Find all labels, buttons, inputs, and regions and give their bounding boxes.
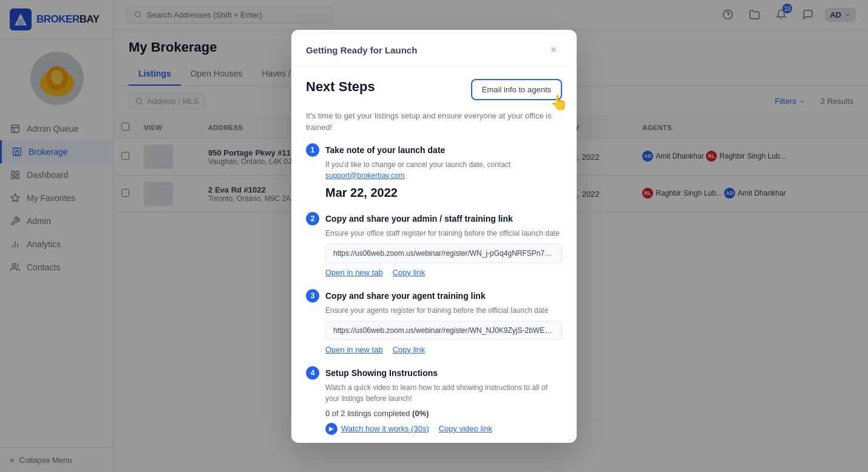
open-new-tab-link-admin[interactable]: Open in new tab (325, 268, 383, 277)
step-title: Take note of your launch date (325, 145, 445, 155)
step-title: Setup Showing Instructions (325, 368, 438, 378)
open-new-tab-link-agent[interactable]: Open in new tab (325, 345, 383, 354)
launch-date: Mar 22, 2022 (325, 186, 562, 200)
modal-close-button[interactable]: × (545, 42, 562, 59)
modal-overlay[interactable]: Getting Ready for Launch × Next Steps Em… (0, 0, 868, 472)
step-desc: Ensure your agents register for training… (325, 305, 562, 316)
copy-link-agent[interactable]: Copy link (393, 345, 425, 354)
training-link-box-admin: https://us06web.zoom.us/webinar/register… (325, 244, 562, 263)
modal-header: Getting Ready for Launch × (291, 30, 577, 67)
step-number: 2 (306, 212, 319, 225)
watch-video-button[interactable]: ▶ Watch how it works (30s) (325, 423, 429, 435)
step-title: Copy and share your agent training link (325, 291, 486, 301)
modal-title: Getting Ready for Launch (306, 45, 417, 55)
support-link[interactable]: support@brokerbay.com (325, 171, 405, 180)
step-desc: Ensure your office staff register for tr… (325, 228, 562, 239)
step-title: Copy and share your admin / staff traini… (325, 214, 513, 224)
modal: Getting Ready for Launch × Next Steps Em… (291, 30, 577, 443)
step-3: 3 Copy and share your agent training lin… (306, 289, 562, 354)
step-actions: Open in new tab Copy link (325, 268, 562, 277)
next-steps-header: Next Steps Email info to agents 👆 (306, 79, 562, 100)
email-btn-wrapper: Email info to agents 👆 (471, 79, 562, 100)
step-desc: If you'd like to change or cancel your l… (325, 159, 562, 181)
step-actions: Open in new tab Copy link (325, 345, 562, 354)
progress-text: 0 of 2 listings completed (0%) (325, 409, 562, 418)
email-info-button[interactable]: Email info to agents (471, 79, 562, 100)
watch-link[interactable]: Watch how it works (30s) (341, 424, 429, 433)
play-icon: ▶ (325, 423, 337, 435)
step-number: 3 (306, 289, 319, 303)
step-number: 1 (306, 143, 319, 157)
step-header: 1 Take note of your launch date (306, 143, 562, 157)
step-header: 3 Copy and share your agent training lin… (306, 289, 562, 303)
modal-intro: It's time to get your listings setup and… (306, 110, 562, 134)
step-actions: ▶ Watch how it works (30s) Copy video li… (325, 423, 562, 435)
step-desc: Watch a quick video to learn how to add … (325, 382, 562, 404)
step-header: 2 Copy and share your admin / staff trai… (306, 212, 562, 225)
step-1: 1 Take note of your launch date If you'd… (306, 143, 562, 200)
copy-video-link[interactable]: Copy video link (439, 424, 492, 433)
training-link-box-agent: https://us06web.zoom.us/webinar/register… (325, 321, 562, 340)
step-header: 4 Setup Showing Instructions (306, 366, 562, 380)
step-number: 4 (306, 366, 319, 380)
step-2: 2 Copy and share your admin / staff trai… (306, 212, 562, 277)
step-4: 4 Setup Showing Instructions Watch a qui… (306, 366, 562, 435)
copy-link-admin[interactable]: Copy link (393, 268, 425, 277)
modal-section-title: Next Steps (306, 79, 375, 95)
modal-body: Next Steps Email info to agents 👆 It's t… (291, 67, 577, 443)
